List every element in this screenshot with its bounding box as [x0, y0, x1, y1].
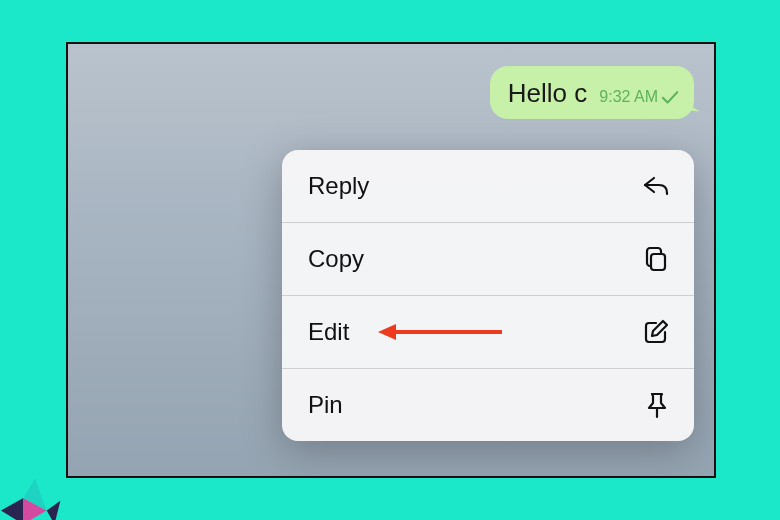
menu-item-label: Edit — [308, 318, 349, 346]
svg-rect-0 — [651, 254, 665, 270]
copy-icon — [642, 245, 670, 273]
bubble-tail-icon — [682, 95, 700, 113]
menu-item-label: Reply — [308, 172, 369, 200]
menu-item-label: Copy — [308, 245, 364, 273]
svg-marker-4 — [1, 498, 23, 520]
menu-item-pin[interactable]: Pin — [282, 369, 694, 441]
svg-marker-7 — [47, 501, 61, 520]
svg-marker-2 — [378, 324, 396, 340]
message-text: Hello c — [508, 78, 587, 109]
pin-icon — [644, 391, 670, 419]
message-context-menu: Reply Copy Edit — [282, 150, 694, 441]
annotation-arrow-icon — [374, 320, 504, 344]
reply-icon — [642, 174, 670, 198]
screenshot-frame: Hello c 9:32 AM Reply Copy — [66, 42, 716, 478]
menu-item-edit[interactable]: Edit — [282, 296, 694, 369]
message-meta: 9:32 AM — [599, 88, 680, 106]
menu-item-copy[interactable]: Copy — [282, 223, 694, 296]
menu-item-reply[interactable]: Reply — [282, 150, 694, 223]
checkmark-icon — [660, 89, 680, 105]
site-logo-icon — [0, 454, 74, 520]
menu-item-label: Pin — [308, 391, 343, 419]
message-bubble-outgoing[interactable]: Hello c 9:32 AM — [490, 66, 694, 119]
message-timestamp: 9:32 AM — [599, 88, 658, 106]
edit-icon — [642, 318, 670, 346]
